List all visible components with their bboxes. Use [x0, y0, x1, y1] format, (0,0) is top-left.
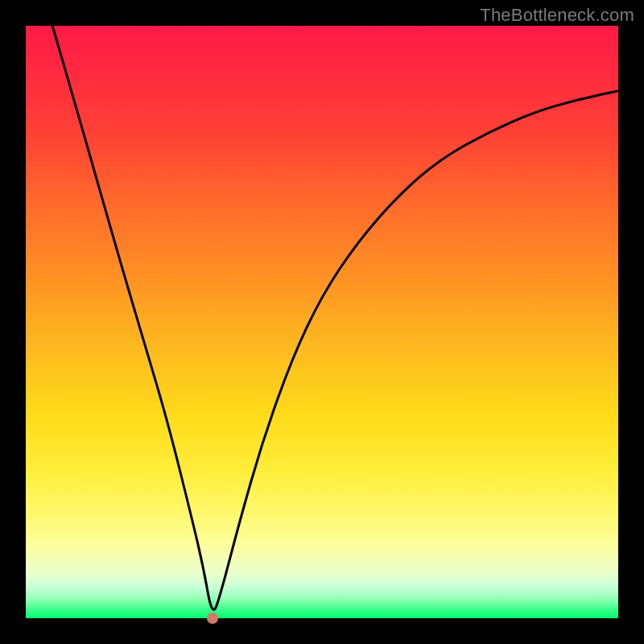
minimum-marker	[207, 613, 218, 624]
bottleneck-curve	[52, 26, 618, 609]
chart-frame: TheBottleneck.com	[0, 0, 644, 644]
watermark-text: TheBottleneck.com	[480, 5, 634, 26]
chart-svg	[26, 26, 618, 618]
plot-area	[26, 26, 618, 618]
